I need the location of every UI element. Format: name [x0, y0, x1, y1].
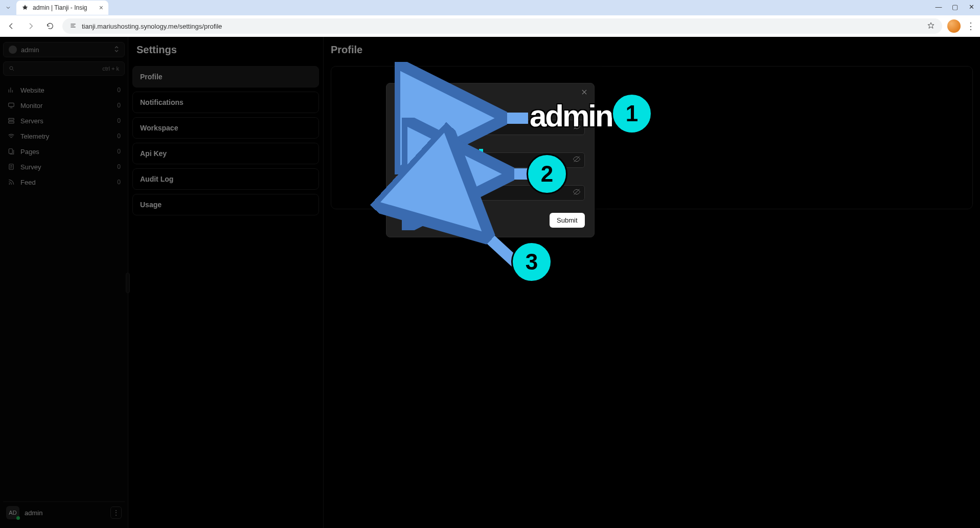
submit-button[interactable]: Submit: [550, 213, 584, 228]
minimize-button[interactable]: —: [935, 3, 942, 11]
modal-overlay[interactable]: Change password *Old Password *New Passw…: [0, 37, 980, 528]
change-password-modal: Change password *Old Password *New Passw…: [386, 83, 595, 237]
repeat-password-label: *Repaet New Password: [396, 175, 585, 182]
app-root: admin ctrl + k Website 0 Monitor 0 Serve: [0, 37, 980, 528]
old-password-input[interactable]: [396, 120, 585, 135]
maximize-button[interactable]: ▢: [951, 3, 959, 11]
toggle-visibility-icon[interactable]: [573, 122, 581, 133]
back-button[interactable]: [4, 19, 18, 33]
bookmark-icon[interactable]: [927, 21, 935, 31]
new-password-input[interactable]: [396, 152, 585, 168]
browser-tab[interactable]: admin | Tianji - Insig ×: [16, 1, 108, 15]
browser-chrome: admin | Tianji - Insig × — ▢ ✕ tianji.ma…: [0, 0, 980, 37]
modal-close-button[interactable]: [581, 89, 588, 98]
chevron-down-icon: [5, 5, 11, 11]
toggle-visibility-icon[interactable]: [573, 155, 581, 165]
url-text: tianji.mariushosting.synology.me/setting…: [82, 23, 222, 30]
reload-button[interactable]: [43, 19, 57, 33]
reload-icon: [46, 22, 54, 30]
modal-actions: Submit: [396, 213, 585, 228]
close-window-button[interactable]: ✕: [968, 3, 975, 11]
browser-profile-avatar[interactable]: [947, 19, 961, 33]
tab-title: admin | Tianji - Insig: [33, 4, 87, 11]
browser-menu-button[interactable]: ⋮: [966, 20, 976, 32]
window-controls: — ▢ ✕: [935, 3, 975, 11]
close-tab-icon[interactable]: ×: [99, 4, 103, 12]
tab-strip: admin | Tianji - Insig ×: [0, 0, 980, 15]
field-repeat-password: *Repaet New Password: [396, 175, 585, 201]
close-icon: [581, 89, 588, 96]
tabs-dropdown[interactable]: [4, 4, 12, 12]
field-new-password: *New Password: [396, 142, 585, 168]
old-password-label: *Old Password: [396, 109, 585, 117]
toggle-visibility-icon[interactable]: [573, 188, 581, 198]
field-old-password: *Old Password: [396, 109, 585, 135]
modal-title: Change password: [396, 94, 585, 102]
omnibox[interactable]: tianji.mariushosting.synology.me/setting…: [62, 18, 942, 34]
repeat-password-input[interactable]: [396, 185, 585, 201]
favicon-icon: [21, 4, 29, 11]
arrow-right-icon: [27, 22, 35, 30]
arrow-left-icon: [7, 22, 15, 30]
new-password-label: *New Password: [396, 142, 585, 149]
address-bar-row: tianji.mariushosting.synology.me/setting…: [0, 15, 980, 37]
site-settings-icon[interactable]: [70, 22, 77, 31]
forward-button[interactable]: [24, 19, 38, 33]
